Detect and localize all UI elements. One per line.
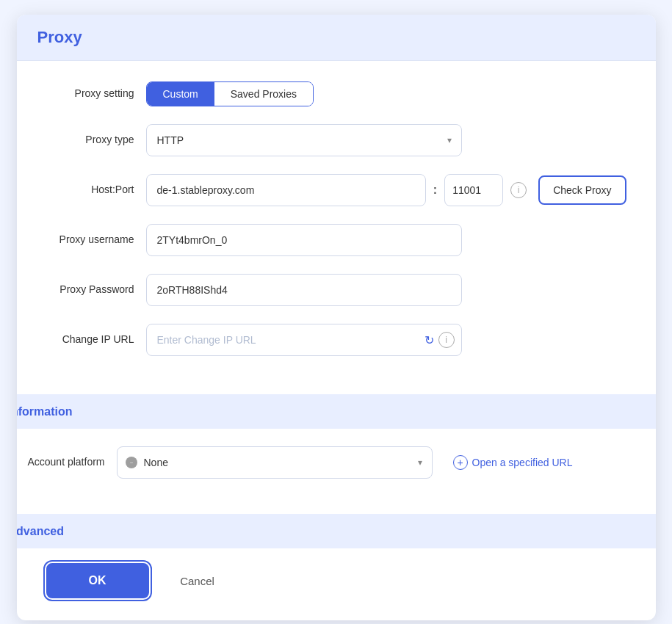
proxy-username-row: Proxy username xyxy=(46,224,626,256)
information-content: Account platform None Facebook Twitter I… xyxy=(17,429,656,514)
refresh-icon[interactable]: ↻ xyxy=(424,333,434,347)
change-ip-icons: ↻ i xyxy=(424,332,455,348)
proxy-type-row: Proxy type HTTP HTTPS SOCKS4 SOCKS5 ▾ xyxy=(46,124,626,156)
custom-tab[interactable]: Custom xyxy=(147,82,214,106)
information-section-title: Information xyxy=(17,405,73,418)
proxy-username-input[interactable] xyxy=(146,224,462,256)
open-url-label: Open a specified URL xyxy=(472,457,573,468)
saved-proxies-tab[interactable]: Saved Proxies xyxy=(214,82,313,106)
dialog-header: Proxy xyxy=(17,15,656,61)
proxy-password-row: Proxy Password xyxy=(46,274,626,306)
host-port-group: : i xyxy=(146,174,527,206)
dialog-footer: OK Cancel xyxy=(17,548,656,620)
change-ip-url-wrap: ↻ i xyxy=(146,324,462,356)
proxy-setting-toggle: Custom Saved Proxies xyxy=(146,81,314,106)
proxy-password-label: Proxy Password xyxy=(46,283,134,297)
account-platform-label: Account platform xyxy=(17,455,105,470)
open-specified-url-button[interactable]: + Open a specified URL xyxy=(444,449,582,476)
change-ip-url-row: Change IP URL ↻ i xyxy=(46,324,626,356)
plus-circle-icon: + xyxy=(453,455,468,470)
change-ip-url-input[interactable] xyxy=(146,324,462,356)
account-platform-select-wrap: None Facebook Twitter Instagram TikTok ▾ xyxy=(117,446,433,479)
change-ip-info-icon[interactable]: i xyxy=(438,332,455,348)
proxy-type-select[interactable]: HTTP HTTPS SOCKS4 SOCKS5 xyxy=(146,124,462,156)
account-platform-row: Account platform None Facebook Twitter I… xyxy=(17,446,656,479)
dialog-body: Proxy setting Custom Saved Proxies Proxy… xyxy=(17,61,656,394)
proxy-type-select-wrap: HTTP HTTPS SOCKS4 SOCKS5 ▾ xyxy=(146,124,462,156)
ok-button[interactable]: OK xyxy=(46,563,149,598)
advanced-section-divider[interactable]: Advanced ∨ xyxy=(17,514,656,548)
host-port-row: Host:Port : i Check Proxy xyxy=(46,174,626,206)
dialog-title: Proxy xyxy=(37,28,82,46)
host-input[interactable] xyxy=(146,174,426,206)
cancel-button[interactable]: Cancel xyxy=(161,563,234,598)
advanced-section-title: Advanced xyxy=(17,525,64,538)
proxy-password-input[interactable] xyxy=(146,274,462,306)
host-port-label: Host:Port xyxy=(46,183,134,197)
proxy-setting-row: Proxy setting Custom Saved Proxies xyxy=(46,81,626,106)
port-input[interactable] xyxy=(444,174,503,206)
check-proxy-button[interactable]: Check Proxy xyxy=(538,175,626,205)
information-section-divider[interactable]: Information ∧ xyxy=(17,394,656,429)
account-platform-select[interactable]: None Facebook Twitter Instagram TikTok xyxy=(117,446,433,479)
change-ip-url-label: Change IP URL xyxy=(46,333,134,347)
port-info-icon[interactable]: i xyxy=(510,182,527,198)
proxy-setting-label: Proxy setting xyxy=(46,87,134,101)
proxy-type-label: Proxy type xyxy=(46,133,134,148)
proxy-username-label: Proxy username xyxy=(46,233,134,247)
proxy-dialog: Proxy Proxy setting Custom Saved Proxies… xyxy=(17,15,656,620)
host-port-colon: : xyxy=(433,184,437,197)
